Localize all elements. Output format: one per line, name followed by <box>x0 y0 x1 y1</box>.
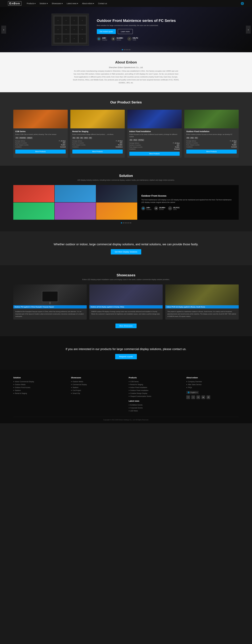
bullet-icon <box>71 387 72 388</box>
get-display-solutions-button[interactable]: Get More Display Solutions <box>111 249 141 254</box>
showcase-badge-2: Outdoor p8 led display applied in Urumqi… <box>89 305 163 308</box>
solution-dot-1[interactable] <box>121 222 122 224</box>
get-quote-button[interactable]: Get instant quote <box>97 29 116 34</box>
globe-icon[interactable]: 🌐 <box>241 2 244 5</box>
footer-link-rental-staging[interactable]: Rental & Staging <box>13 392 66 394</box>
product-outdoor-tags: P8 P10 FC <box>186 137 237 139</box>
bullet-icon <box>71 393 72 394</box>
footer-link-outdoor-front-access[interactable]: Outdoor Front Access <box>13 386 66 388</box>
footer-link-company-overview[interactable]: Company Overview <box>186 381 239 382</box>
nav-solution[interactable]: Solution ▾ <box>39 2 48 4</box>
twitter-icon[interactable]: t <box>191 396 195 399</box>
learn-more-button[interactable]: Learn more <box>118 29 133 34</box>
footer-link-faqs[interactable]: FAQs <box>186 386 239 388</box>
footer-link-stadium[interactable]: Stadium <box>13 390 66 392</box>
linkedin-icon[interactable]: in <box>196 396 200 399</box>
showcase-image-1: Outdoor P10 applied in China Huamphi: Fa… <box>13 284 87 308</box>
globe-icon: 🌐 <box>188 392 190 394</box>
tag-shelf: SHELF <box>27 137 33 139</box>
product-card-cob: COB Series Enbon COB-Chip on board, perf… <box>13 110 68 158</box>
showcase-badge-3: Indoor P4.81 led display applied in Busa… <box>165 305 239 308</box>
showcase-desc-3: This project is applied to a badminton s… <box>167 310 237 318</box>
product-outdoor-delivery: Average delivery 7 - 14 days <box>186 140 237 142</box>
bullet-icon <box>129 387 129 388</box>
request-quote-button[interactable]: Request a quote <box>115 354 137 359</box>
solution-dot-4[interactable] <box>126 222 127 224</box>
bullet-icon <box>186 381 187 382</box>
footer-link-civil-project[interactable]: Civil Project <box>71 390 124 392</box>
nav-contact-us[interactable]: Contact us <box>98 2 107 4</box>
cta-title: Whether outdoor or indoor, large commerc… <box>13 242 239 246</box>
product-indoor-desc: Enbon focuses on the need of different l… <box>129 133 180 138</box>
products-title: Our Product Series <box>13 100 239 104</box>
solution-dot-5[interactable] <box>128 222 129 224</box>
footer-link-smart-city[interactable]: Smart City <box>71 392 124 394</box>
footer-link-indoor-commercial[interactable]: Indoor Commercial Display <box>13 381 66 382</box>
hero-next-button[interactable]: › <box>246 26 251 34</box>
product-cob-more-button[interactable]: More Products <box>15 150 66 154</box>
chevron-down-icon: ▾ <box>62 2 63 4</box>
solution-left-images <box>13 185 137 220</box>
globe-stat-icon: 🌐 <box>97 37 101 41</box>
led-panel-cell <box>54 25 62 34</box>
tag-p8: P8 <box>186 137 189 139</box>
product-rental-body: Rental for Staging Enbon rental product … <box>70 128 125 156</box>
hero-text: Outdoor Front Maintence series of FC Ser… <box>97 18 201 41</box>
footer-link-creative-design[interactable]: Creative Design Display <box>129 392 181 394</box>
solution-dot-2[interactable] <box>123 222 124 224</box>
footer-link-led-news[interactable]: LED News <box>129 410 181 412</box>
solution-img-5 <box>55 202 96 220</box>
footer-link-outdoor-media[interactable]: Outdoor Media <box>13 384 66 386</box>
footer-language-selector[interactable]: 🌐 English ▾ <box>186 391 199 394</box>
more-showcases-button[interactable]: More Showcases <box>116 324 137 328</box>
footer-link-exhibition[interactable]: Exhibition Events <box>129 404 181 406</box>
footer-link-rental-staging-p[interactable]: Rental for Staging <box>129 384 181 386</box>
tag-r39: R3.9 <box>84 137 88 139</box>
footer-link-outdoor-media-sc[interactable]: Outdoor Media <box>71 381 124 382</box>
footer-link-outdoor-fixed[interactable]: Outdoor Fixed Installation <box>129 390 181 392</box>
solution-subtitle: LED display industry solutions, includin… <box>13 179 239 181</box>
chevron-down-icon: ▾ <box>77 2 78 4</box>
about-description: An LED screen manufacturing company loca… <box>73 70 179 84</box>
product-indoor-installation: Installation Included <box>129 148 180 150</box>
products-section: Our Product Series COB Series Enbon COB-… <box>0 92 252 166</box>
product-outdoor-more-button[interactable]: More Products <box>186 150 237 154</box>
solution-stat-certs: ✓ CE,FCC Certs <box>168 206 180 210</box>
youtube-icon[interactable]: ▶ <box>201 396 205 399</box>
footer-copyright: Copyright © 2012-2020 Enbon Holdings Co.… <box>13 417 239 420</box>
hero-stat-certs: ✓ CE,FC Certs <box>127 37 138 41</box>
footer-link-corporate[interactable]: Corporate Events <box>129 407 181 409</box>
solution-section: Solution LED display industry solutions,… <box>0 166 252 232</box>
brand-logo[interactable]: EnBon <box>8 2 21 5</box>
footer-link-shaped-custom[interactable]: Shaped Customization Series <box>129 396 181 397</box>
nav-latest-news[interactable]: Latest news ▾ <box>67 2 78 4</box>
solution-dot-6[interactable] <box>130 222 131 224</box>
footer-link-cob[interactable]: COB Series <box>129 381 181 382</box>
screen-stat-icon: 🖥 <box>111 37 116 41</box>
solution-dot-3[interactable] <box>125 222 126 224</box>
email-icon[interactable]: @ <box>207 396 210 399</box>
tag-tv: TV <box>15 137 19 139</box>
footer-link-commercial-display[interactable]: Commercial Display <box>71 384 124 386</box>
led-panel-cell <box>54 34 62 43</box>
nav-showcases[interactable]: Showcases ▾ <box>52 2 63 4</box>
hero-prev-button[interactable]: ‹ <box>1 26 6 34</box>
bullet-icon <box>13 387 14 388</box>
showcases-grid: Outdoor P10 applied in China Huamphi: Fa… <box>13 284 239 320</box>
nav-about-enbon[interactable]: About enbon ▾ <box>82 2 94 4</box>
about-section: About Enbon Shenzhen Enbon Optoelectroni… <box>0 52 252 92</box>
bullet-icon <box>13 381 14 382</box>
solution-right-panel: Outdoor Front Access The front maintenan… <box>137 185 239 220</box>
solution-stats: 🌐 140+ Country 🖥 10,000+ Screen ✓ <box>141 206 235 210</box>
hero-stat-country: 🌐 140+ Country <box>97 37 107 41</box>
footer-link-after-sales[interactable]: After Sales Service <box>186 384 239 386</box>
facebook-icon[interactable]: f <box>186 396 190 399</box>
nav-products[interactable]: Products ▾ <box>27 2 35 4</box>
product-indoor-more-button[interactable]: More Products <box>129 152 180 156</box>
footer-link-indoor-fixed[interactable]: Indoor Fixed Installation <box>129 386 181 388</box>
solution-showcase: Outdoor Front Access The front maintenan… <box>13 185 239 220</box>
product-rental-more-button[interactable]: More Products <box>72 150 123 154</box>
footer-link-stadium-sc[interactable]: Stadium <box>71 386 124 388</box>
product-card-outdoor: Outdoor Fixed Installation Enbon outdoor… <box>184 110 239 158</box>
display-cta-section: Whether outdoor or indoor, large commerc… <box>0 232 252 265</box>
